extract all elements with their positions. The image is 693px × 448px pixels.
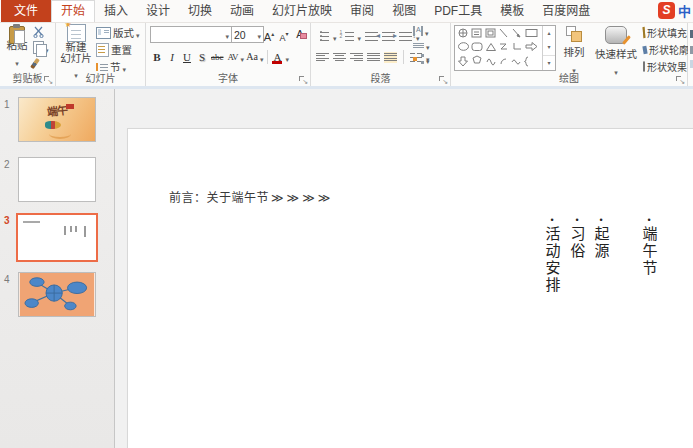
font-color-caret (286, 48, 290, 66)
slide-2-thumbnail[interactable] (18, 157, 96, 202)
smartart-icon (413, 54, 424, 64)
increase-indent-button[interactable] (382, 31, 395, 42)
numbering-caret (358, 27, 362, 45)
arrange-icon (566, 26, 582, 42)
line-spacing-button[interactable] (399, 31, 412, 42)
paragraph-group: 段落 (311, 22, 451, 86)
tab-template[interactable]: 模板 (491, 0, 533, 22)
text-shadow-button[interactable]: S (195, 49, 209, 65)
tab-pdf-tools[interactable]: PDF工具 (425, 0, 491, 22)
font-color-button[interactable]: A (271, 49, 285, 65)
font-name-combo[interactable] (150, 26, 232, 43)
layout-button[interactable]: 版式 (96, 26, 144, 39)
shapes-scroll-down[interactable]: ▾ (543, 40, 555, 54)
ime-mode-label: 中 (678, 1, 691, 20)
tab-home[interactable]: 开始 (51, 0, 95, 22)
distribute-button[interactable] (384, 52, 397, 63)
tab-review[interactable]: 审阅 (341, 0, 383, 22)
format-painter-button[interactable] (33, 57, 53, 70)
tab-animations[interactable]: 动画 (221, 0, 263, 22)
convert-smartart-button[interactable] (413, 53, 447, 65)
mini-toc-mark (75, 226, 77, 232)
shape-outline-button[interactable]: 形状轮廓 (643, 43, 687, 56)
tab-slideshow[interactable]: 幻灯片放映 (263, 0, 341, 22)
tab-transitions[interactable]: 切换 (179, 0, 221, 22)
shapes-scroll-up[interactable]: ▴ (543, 26, 555, 40)
increase-font-size-button[interactable] (262, 26, 276, 42)
new-slide-icon (67, 24, 86, 42)
slide-canvas[interactable]: 前言：关于端午节≫≫≫≫ • 端午节 • 起源 • 习俗 • 活动安排 (127, 128, 693, 448)
character-spacing-button[interactable]: AV (226, 49, 240, 65)
intro-text-placeholder[interactable]: 前言：关于端午节≫≫≫≫ (169, 188, 333, 205)
slides-group-label: 幻灯片 (86, 73, 116, 84)
font-size-combo[interactable]: 20 (231, 26, 264, 43)
cut-button[interactable] (33, 25, 53, 38)
quick-styles-icon (605, 26, 627, 44)
font-format-row: B I U S abc AV Aa A (150, 48, 289, 65)
align-center-button[interactable] (333, 52, 346, 63)
slide-2-number: 2 (4, 159, 10, 170)
clipboard-group-label: 剪贴板 (13, 73, 43, 84)
editing-group-clipped (688, 22, 693, 86)
paragraph-dialog-launcher[interactable] (438, 75, 447, 84)
mini-toc-mark (64, 226, 66, 235)
decrease-font-size-button[interactable] (277, 26, 291, 42)
copy-button[interactable] (33, 41, 53, 54)
shape-fill-icon (643, 27, 646, 39)
font-dialog-launcher[interactable] (298, 75, 307, 84)
bullets-button[interactable] (316, 31, 329, 42)
text-direction-button[interactable] (413, 25, 447, 37)
tab-view[interactable]: 视图 (383, 0, 425, 22)
change-case-button[interactable]: Aa (245, 49, 259, 65)
shapes-gallery[interactable]: ▴ ▾ ▾ (454, 25, 556, 71)
toc-item-duanwujie[interactable]: • 端午节 (640, 214, 658, 277)
align-text-icon (413, 40, 424, 50)
slide-3-thumbnail-selected[interactable] (16, 213, 98, 262)
strikethrough-button[interactable]: abc (210, 49, 225, 65)
decrease-indent-button[interactable] (365, 31, 378, 42)
numbering-button[interactable] (341, 31, 354, 42)
font-size-caret (257, 29, 261, 41)
copy-icon (33, 41, 44, 54)
font-name-caret (225, 29, 229, 41)
bullet-icon: • (599, 214, 602, 226)
clipboard-dialog-launcher[interactable] (43, 75, 52, 84)
slide-1-thumbnail[interactable]: 端午 (18, 97, 96, 142)
sogou-logo-icon: S (658, 2, 675, 19)
drawing-dialog-launcher[interactable] (675, 75, 684, 84)
shape-format-stack: 形状填充 形状轮廓 形状效果 (643, 26, 687, 73)
paste-button[interactable]: 粘贴 (2, 24, 32, 70)
underline-button[interactable]: U (180, 49, 194, 65)
justify-button[interactable] (367, 52, 380, 63)
font-group: 20 B I U S abc AV Aa A 字体 (146, 22, 311, 86)
slide-1-number: 1 (4, 99, 10, 110)
toc-item-qiyuan[interactable]: • 起源 (592, 214, 610, 260)
align-left-button[interactable] (316, 52, 329, 63)
align-right-button[interactable] (350, 52, 363, 63)
italic-button[interactable]: I (165, 49, 179, 65)
reset-button[interactable]: 重置 (96, 43, 144, 56)
shapes-more-button[interactable]: ▾ (543, 55, 555, 70)
drawing-group: ▴ ▾ ▾ 排列 快速样式 形状填充 (451, 22, 688, 86)
tab-file[interactable]: 文件 (1, 0, 51, 22)
tab-baidu-netdisk[interactable]: 百度网盘 (533, 0, 599, 22)
slides-mini-buttons: 版式 重置 节 (96, 26, 144, 73)
tab-design[interactable]: 设计 (137, 0, 179, 22)
toc-item-xisu[interactable]: • 习俗 (568, 214, 586, 260)
scissors-icon (33, 26, 45, 38)
swirl-decoration (49, 129, 71, 139)
tab-insert[interactable]: 插入 (95, 0, 137, 22)
shapes-gallery-icons[interactable] (455, 26, 542, 70)
clear-formatting-button[interactable] (293, 26, 307, 42)
toc-item-huodonganpai[interactable]: • 活动安排 (543, 214, 561, 294)
slide-4-thumbnail[interactable] (18, 272, 96, 317)
reset-icon (96, 43, 109, 57)
align-text-button[interactable] (413, 39, 447, 51)
shape-fill-button[interactable]: 形状填充 (643, 26, 687, 39)
bold-button[interactable]: B (150, 49, 164, 65)
divider (267, 50, 268, 64)
drawing-group-label: 绘图 (559, 73, 579, 84)
slide-thumbnail-panel: 1 端午 2 3 4 (0, 89, 115, 448)
paragraph-row-1 (316, 27, 420, 45)
ime-indicator[interactable]: S 中 (658, 1, 691, 20)
